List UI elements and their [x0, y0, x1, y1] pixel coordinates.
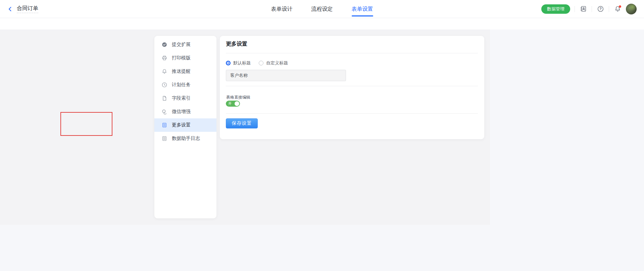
settings-sidebar: 提交扩展 打印模版 推送提醒 计划任务: [154, 36, 216, 218]
tab-flow-setting[interactable]: 流程设定: [311, 0, 333, 18]
separator: [575, 6, 575, 12]
toggle-knob: [235, 101, 239, 106]
sidebar-item-push-reminder[interactable]: 推送提醒: [154, 65, 216, 78]
separator: [609, 6, 609, 12]
sidebar-item-print-template[interactable]: 打印模版: [154, 51, 216, 65]
sidebar-item-label: 数据助手日志: [172, 136, 200, 142]
radio-default-title[interactable]: 默认标题: [226, 60, 251, 66]
sidebar-item-submit-extension[interactable]: 提交扩展: [154, 38, 216, 51]
toolbar-strip: [0, 18, 644, 30]
sidebar-item-field-index[interactable]: 字段索引: [154, 92, 216, 105]
form-icon: [162, 122, 167, 128]
panel-title: 更多设置: [226, 41, 247, 48]
radio-label: 自定义标题: [266, 60, 288, 66]
sidebar-item-label: 更多设置: [172, 122, 191, 128]
sidebar-item-scheduled-tasks[interactable]: 计划任务: [154, 78, 216, 92]
header-right: 数据管理 ?: [541, 4, 637, 14]
toggle-on-label: 开: [228, 102, 232, 105]
more-settings-panel: 更多设置 默认标题 自定义标题 表格直接编辑 开 保存设置: [220, 36, 484, 139]
sidebar-item-more-settings[interactable]: 更多设置: [154, 118, 216, 132]
tab-form-design[interactable]: 表单设计: [271, 0, 293, 18]
back-group: 合同订单: [7, 5, 38, 13]
sidebar-item-label: 打印模版: [172, 55, 191, 61]
annotation-highlight-box: [60, 112, 112, 136]
sidebar-item-label: 微信增强: [172, 109, 191, 115]
title-mode-radio-group: 默认标题 自定义标题: [226, 60, 296, 66]
header-tabs: 表单设计 流程设定 表单设置: [271, 0, 373, 18]
sidebar-item-label: 推送提醒: [172, 68, 191, 74]
document-icon: [162, 96, 167, 101]
divider: [226, 86, 478, 86]
clock-icon: [162, 82, 167, 88]
sidebar-item-label: 提交扩展: [172, 42, 191, 48]
app-header: 合同订单 表单设计 流程设定 表单设置 数据管理 ?: [0, 0, 644, 18]
sidebar-item-label: 字段索引: [172, 95, 191, 101]
check-circle-icon: [162, 42, 167, 47]
form-icon: [162, 136, 167, 141]
settings-canvas: 提交扩展 打印模版 推送提醒 计划任务: [0, 30, 490, 225]
bell-icon: [162, 69, 167, 74]
form-title[interactable]: 合同订单: [17, 5, 38, 13]
radio-selected-icon: [226, 61, 231, 65]
notification-dot: [619, 5, 621, 8]
divider: [226, 113, 478, 114]
bell-icon[interactable]: [613, 5, 622, 13]
radio-label: 默认标题: [233, 60, 251, 66]
data-manage-button[interactable]: 数据管理: [541, 4, 570, 14]
svg-text:?: ?: [599, 7, 602, 11]
printer-icon: [162, 55, 167, 61]
table-direct-edit-label: 表格直接编辑: [226, 95, 250, 100]
tab-form-settings[interactable]: 表单设置: [352, 0, 373, 18]
table-direct-edit-toggle[interactable]: 开: [226, 101, 240, 107]
separator: [592, 6, 592, 12]
avatar[interactable]: [626, 4, 637, 14]
chevron-left-icon: [7, 6, 13, 12]
radio-custom-title[interactable]: 自定义标题: [259, 60, 288, 66]
help-icon[interactable]: ?: [596, 5, 604, 13]
sidebar-item-data-assistant-log[interactable]: 数据助手日志: [154, 132, 216, 145]
save-settings-button[interactable]: 保存设置: [226, 118, 258, 128]
title-field-input[interactable]: [226, 70, 346, 81]
address-book-icon[interactable]: [579, 5, 587, 13]
sidebar-item-label: 计划任务: [172, 82, 191, 88]
radio-unselected-icon: [259, 61, 263, 65]
wechat-icon: [162, 109, 167, 114]
back-button[interactable]: [7, 6, 13, 12]
divider: [226, 53, 478, 53]
sidebar-item-wechat-enhance[interactable]: 微信增强: [154, 105, 216, 118]
